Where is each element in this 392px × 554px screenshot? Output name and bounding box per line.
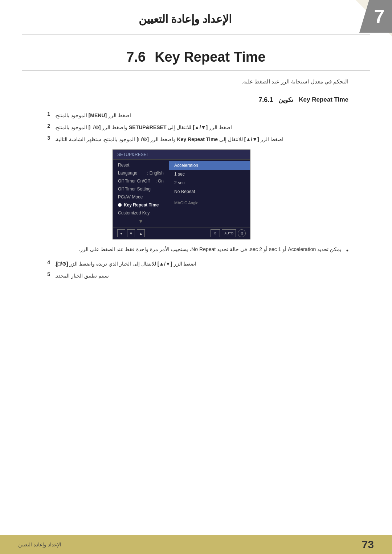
section-header: 7.6 Key Repeat Time bbox=[22, 49, 370, 65]
intro-text: التحكم في معدل استجابة الزر عند الضغط عل… bbox=[44, 77, 348, 87]
footer-text: الإعداد وإعادة التعيين bbox=[18, 542, 61, 547]
subsection-number: 7.6.1 bbox=[258, 96, 273, 104]
step-3-number: 3 bbox=[44, 135, 50, 141]
menu-item-reset: Reset bbox=[113, 161, 169, 169]
menu-option-acceleration: Acceleration bbox=[169, 161, 250, 170]
menu-right-panel: Acceleration 1 sec 2 sec No Repeat MAGIC… bbox=[169, 160, 250, 227]
menu-item-language: Language: English bbox=[113, 169, 169, 177]
menu-option-1sec: 1 sec bbox=[169, 170, 250, 178]
step-3-text: اضغط الزر [▼/▲] للانتقال إلى Key Repeat … bbox=[54, 135, 283, 144]
step-1-text: اضغط الزر [MENU] الموجود بالمنتج. bbox=[54, 111, 131, 120]
step-5-number: 5 bbox=[44, 271, 50, 277]
menu-item-key-repeat-time: Key Repeat Time bbox=[113, 201, 169, 209]
step-4-text: اضغط الزر [▼/▲] للانتقال إلى الخيار الذي… bbox=[54, 259, 196, 268]
menu-option-2sec: 2 sec bbox=[169, 178, 250, 187]
footer: 73 الإعداد وإعادة التعيين bbox=[0, 535, 392, 554]
section-title: Key Repeat Time bbox=[155, 49, 266, 65]
subsection-title-en: Key Repeat Time bbox=[299, 96, 348, 103]
footer-page: 73 bbox=[362, 538, 374, 551]
step-5-text: سيتم تطبيق الخيار المحدد. bbox=[54, 271, 109, 280]
menu-option-no-repeat: No Repeat bbox=[169, 187, 250, 196]
step-2: اضغط الزر [▼/▲] للانتقال إلى SETUP&RESET… bbox=[44, 123, 348, 132]
menu-left-panel: Reset Language: English Off Timer On/Off… bbox=[113, 160, 169, 227]
section-number: 7.6 bbox=[126, 49, 146, 65]
step-3: اضغط الزر [▼/▲] للانتقال إلى Key Repeat … bbox=[44, 135, 348, 144]
bullet-note: • يمكن تحديد Acceleration أو 1 sec أو 2 … bbox=[54, 245, 348, 254]
menu-title-bar: SETUP&RESET bbox=[113, 150, 250, 160]
subsection-title-ar: تكوين bbox=[278, 96, 293, 104]
step-1-number: 1 bbox=[44, 111, 50, 117]
menu-screenshot: SETUP&RESET Reset Language: English Off … bbox=[113, 149, 250, 239]
menu-item-off-timer-onoff: Off Timer On/Off: On bbox=[113, 177, 169, 185]
step-4: اضغط الزر [▼/▲] للانتقال إلى الخيار الذي… bbox=[44, 259, 348, 268]
menu-item-pcav-mode: PC/AV Mode bbox=[113, 193, 169, 201]
menu-bottom-bar: ◄ ▼ ▲ ⊙ AUTO ⚙ bbox=[113, 227, 250, 239]
step-2-text: اضغط الزر [▼/▲] للانتقال إلى SETUP&RESET… bbox=[54, 123, 232, 132]
menu-item-off-timer-setting: Off Timer Setting bbox=[113, 185, 169, 193]
subsection-header: 7.6.1 تكوين Key Repeat Time bbox=[44, 96, 348, 104]
step-5: سيتم تطبيق الخيار المحدد. 5 bbox=[44, 271, 348, 280]
step-2-number: 2 bbox=[44, 123, 50, 129]
menu-right-bottom-label: MAGIC Angle bbox=[169, 199, 250, 207]
menu-item-customized-key: Customized Key bbox=[113, 209, 169, 217]
step-1: اضغط الزر [MENU] الموجود بالمنتج. 1 bbox=[44, 111, 348, 120]
step-4-number: 4 bbox=[44, 259, 50, 265]
